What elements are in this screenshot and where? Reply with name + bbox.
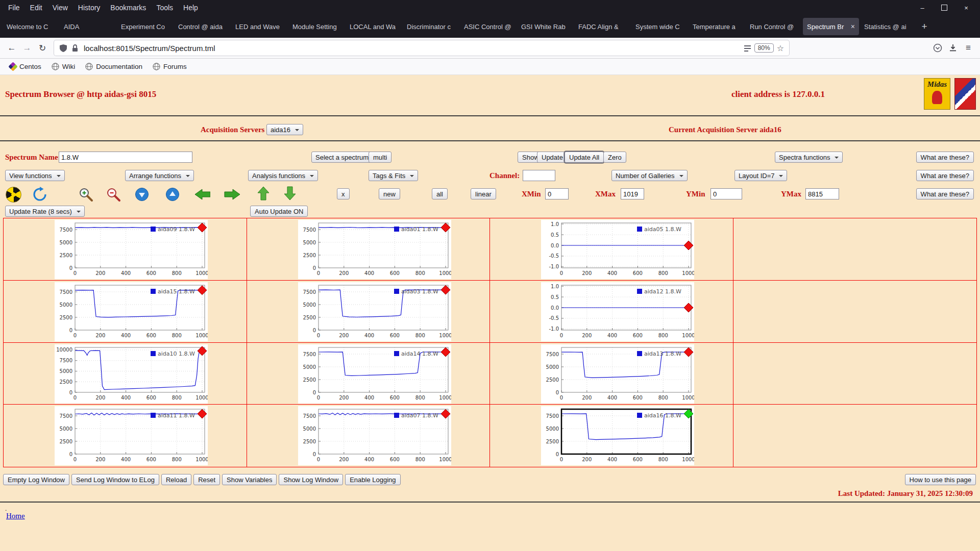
tab-welcome-to-c[interactable]: Welcome to C bbox=[3, 18, 59, 35]
spectra-functions-select[interactable]: Spectra functions bbox=[775, 152, 843, 163]
tab-led-and-wave[interactable]: LED and Wave bbox=[231, 18, 287, 35]
multi-button[interactable]: multi bbox=[369, 152, 391, 163]
tab-temperature-a[interactable]: Temperature a bbox=[689, 18, 745, 35]
spectrum-name-input[interactable] bbox=[59, 152, 192, 163]
zoom-in-icon[interactable] bbox=[78, 186, 94, 203]
menu-tools[interactable]: Tools bbox=[151, 4, 178, 12]
zero-button[interactable]: Zero bbox=[603, 152, 626, 163]
reload-button[interactable]: Reload bbox=[161, 474, 191, 485]
spectrum-plot-aida07[interactable]: 020040060080010000250050007500aida07 1.8… bbox=[298, 406, 451, 465]
update-rate-select[interactable]: Update Rate (8 secs) bbox=[5, 206, 85, 217]
tab-gsi-white-rab[interactable]: GSI White Rab bbox=[517, 18, 573, 35]
arrange-functions-select[interactable]: Arrange functions bbox=[125, 170, 194, 181]
spectrum-plot-aida05[interactable]: 02004006008001000-1.0-0.50.00.51.0aida05… bbox=[541, 220, 694, 279]
send-log-window-to-elog-button[interactable]: Send Log Window to ELog bbox=[71, 474, 159, 485]
tab-local-and-wa[interactable]: LOCAL and Wa bbox=[346, 18, 402, 35]
update-all-button[interactable]: Update All bbox=[565, 152, 604, 163]
bookmark-centos[interactable]: Centos bbox=[5, 61, 46, 72]
zoom-level-badge[interactable]: 80% bbox=[754, 43, 774, 53]
what-are-these-button-1[interactable]: What are these? bbox=[916, 152, 974, 163]
enable-logging-button[interactable]: Enable Logging bbox=[345, 474, 400, 485]
menu-file[interactable]: File bbox=[3, 4, 25, 12]
menu-view[interactable]: View bbox=[47, 4, 73, 12]
linear-button[interactable]: linear bbox=[471, 188, 496, 199]
acquisition-server-select[interactable]: aida16 bbox=[266, 124, 303, 135]
reader-mode-icon[interactable] bbox=[744, 44, 751, 52]
pocket-icon[interactable] bbox=[930, 40, 945, 56]
home-link[interactable]: Home bbox=[6, 512, 25, 520]
green-arrow-right-icon[interactable] bbox=[224, 186, 240, 203]
ymin-input[interactable] bbox=[710, 188, 742, 199]
tab-close-icon[interactable]: × bbox=[851, 22, 855, 31]
radiation-icon[interactable] bbox=[5, 186, 21, 203]
tab-system-wide-c[interactable]: System wide C bbox=[631, 18, 688, 35]
tab-spectrum-br[interactable]: Spectrum Br× bbox=[803, 18, 859, 35]
refresh-icon[interactable] bbox=[32, 186, 48, 203]
spectrum-plot-aida03[interactable]: 020040060080010000250050007500aida03 1.8… bbox=[298, 282, 451, 341]
tags-fits-select[interactable]: Tags & Fits bbox=[369, 170, 418, 181]
spectrum-plot-aida16[interactable]: 020040060080010000250050007500aida16 1.8… bbox=[541, 406, 694, 465]
all-button[interactable]: all bbox=[432, 188, 448, 199]
spectrum-plot-aida11[interactable]: 020040060080010000250050007500aida11 1.8… bbox=[55, 406, 208, 465]
analysis-functions-select[interactable]: Analysis functions bbox=[248, 170, 318, 181]
bookmark-documentation[interactable]: Documentation bbox=[81, 61, 147, 72]
layout-id-select[interactable]: Layout ID=7 bbox=[734, 170, 787, 181]
tab-run-control[interactable]: Run Control @ bbox=[746, 18, 802, 35]
spectrum-plot-aida12[interactable]: 02004006008001000-1.0-0.50.00.51.0aida12… bbox=[541, 282, 694, 341]
ymax-input[interactable] bbox=[805, 188, 839, 199]
spectrum-plot-aida13[interactable]: 020040060080010000250050007500aida13 1.8… bbox=[541, 344, 694, 404]
tab-asic-control[interactable]: ASIC Control @ bbox=[460, 18, 516, 35]
green-arrow-up-icon[interactable] bbox=[255, 185, 272, 202]
menu-bookmarks[interactable]: Bookmarks bbox=[105, 4, 151, 12]
url-bar[interactable]: localhost:8015/Spectrum/Spectrum.tml 80%… bbox=[54, 40, 789, 56]
what-are-these-button-2[interactable]: What are these? bbox=[916, 170, 974, 181]
menu-history[interactable]: History bbox=[73, 4, 106, 12]
auto-update-button[interactable]: Auto Update ON bbox=[250, 206, 308, 217]
bookmark-star-icon[interactable]: ☆ bbox=[777, 43, 784, 53]
forward-icon[interactable]: → bbox=[19, 40, 35, 56]
empty-log-window-button[interactable]: Empty Log Window bbox=[3, 474, 69, 485]
maximize-icon[interactable] bbox=[941, 5, 947, 11]
what-are-these-button-3[interactable]: What are these? bbox=[916, 188, 974, 199]
lock-icon[interactable] bbox=[71, 44, 79, 53]
shield-icon[interactable] bbox=[59, 44, 67, 53]
bookmark-forums[interactable]: Forums bbox=[148, 61, 191, 72]
green-arrow-left-icon[interactable] bbox=[194, 186, 210, 203]
new-tab-button[interactable]: + bbox=[917, 19, 932, 34]
number-of-galleries-select[interactable]: Number of Galleries bbox=[611, 170, 688, 181]
tab-fadc-align[interactable]: FADC Align & bbox=[574, 18, 630, 35]
xmax-input[interactable] bbox=[621, 188, 644, 199]
bookmark-wiki[interactable]: Wiki bbox=[47, 61, 80, 72]
tab-statistics-ai[interactable]: Statistics @ ai bbox=[860, 18, 916, 35]
minimize-icon[interactable]: – bbox=[919, 4, 926, 12]
back-icon[interactable]: ← bbox=[4, 40, 19, 56]
tab-aida[interactable]: AIDA bbox=[60, 18, 116, 35]
tab-discriminator-c[interactable]: Discriminator c bbox=[403, 18, 459, 35]
zoom-out-icon[interactable] bbox=[105, 186, 121, 203]
new-button[interactable]: new bbox=[379, 188, 400, 199]
url-text[interactable]: localhost:8015/Spectrum/Spectrum.tml bbox=[84, 44, 215, 53]
spectrum-plot-aida10[interactable]: 02004006008001000025005000750010000aida1… bbox=[55, 344, 208, 404]
how-to-use-button[interactable]: How to use this page bbox=[905, 474, 976, 485]
blue-circle-down-icon[interactable] bbox=[134, 186, 150, 203]
spectrum-plot-aida15[interactable]: 020040060080010000250050007500aida15 1.8… bbox=[55, 282, 208, 341]
downloads-icon[interactable] bbox=[945, 40, 961, 56]
x-button[interactable]: x bbox=[337, 188, 350, 199]
menu-edit[interactable]: Edit bbox=[25, 4, 47, 12]
xmin-input[interactable] bbox=[545, 188, 569, 199]
tab-module-setting[interactable]: Module Setting bbox=[288, 18, 345, 35]
reset-button[interactable]: Reset bbox=[193, 474, 220, 485]
menu-hamburger-icon[interactable]: ≡ bbox=[961, 40, 976, 56]
show-log-window-button[interactable]: Show Log Window bbox=[279, 474, 343, 485]
menu-help[interactable]: Help bbox=[178, 4, 203, 12]
spectrum-plot-aida09[interactable]: 020040060080010000250050007500aida09 1.8… bbox=[55, 220, 208, 279]
update-button[interactable]: Update bbox=[537, 152, 568, 163]
tab-experiment-co[interactable]: Experiment Co bbox=[117, 18, 173, 35]
reload-icon[interactable]: ↻ bbox=[35, 40, 50, 56]
show-variables-button[interactable]: Show Variables bbox=[222, 474, 277, 485]
view-functions-select[interactable]: View functions bbox=[5, 170, 65, 181]
channel-input[interactable] bbox=[523, 170, 555, 181]
close-icon[interactable]: × bbox=[963, 4, 970, 12]
spectrum-plot-aida01[interactable]: 020040060080010000250050007500aida01 1.8… bbox=[298, 220, 451, 279]
tab-control-aida[interactable]: Control @ aida bbox=[174, 18, 230, 35]
